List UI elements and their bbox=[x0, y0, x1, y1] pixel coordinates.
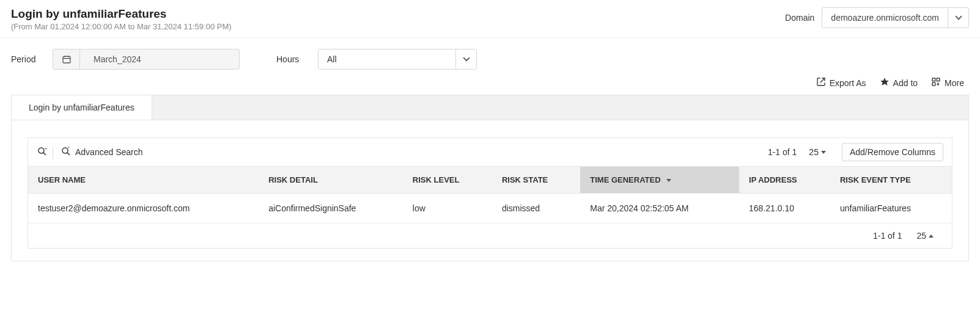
hours-control[interactable]: All bbox=[318, 49, 477, 70]
col-ip-address[interactable]: IP ADDRESS bbox=[739, 167, 830, 194]
title-block: Login by unfamiliarFeatures (From Mar 01… bbox=[11, 7, 232, 31]
svg-rect-5 bbox=[932, 78, 935, 81]
svg-line-11 bbox=[43, 152, 46, 155]
cell-risk-detail: aiConfirmedSigninSafe bbox=[259, 194, 403, 224]
caret-up-icon bbox=[929, 235, 934, 238]
add-to-button[interactable]: Add to bbox=[880, 77, 918, 89]
search-bar: * Advanced Search 1-1 of 1 25 Add/Remove… bbox=[28, 138, 952, 167]
actions-bar: Export As Add to More bbox=[0, 75, 980, 95]
domain-label: Domain bbox=[785, 13, 814, 23]
chevron-down-icon[interactable] bbox=[948, 8, 968, 27]
export-label: Export As bbox=[830, 78, 866, 88]
more-label: More bbox=[945, 78, 964, 88]
export-as-button[interactable]: Export As bbox=[816, 77, 866, 89]
advanced-search-icon: * bbox=[61, 146, 72, 159]
period-label: Period bbox=[11, 54, 38, 64]
domain-select-value: demoazure.onmicrosoft.com bbox=[822, 8, 948, 27]
page-size-value: 25 bbox=[809, 147, 819, 157]
cell-ip-address: 168.21.0.10 bbox=[739, 194, 830, 224]
period-filter: Period March_2024 bbox=[11, 49, 240, 70]
svg-rect-6 bbox=[937, 78, 940, 81]
chevron-down-icon[interactable] bbox=[455, 49, 476, 69]
calendar-icon[interactable] bbox=[53, 49, 80, 69]
cell-risk-event-type: unfamiliarFeatures bbox=[830, 194, 952, 224]
cell-time-generated: Mar 20,2024 02:52:05 AM bbox=[580, 194, 739, 224]
page-size-value: 25 bbox=[916, 231, 926, 241]
col-user-name[interactable]: USER NAME bbox=[28, 167, 259, 194]
page-header: Login by unfamiliarFeatures (From Mar 01… bbox=[0, 0, 980, 38]
pager-top: 1-1 of 1 bbox=[768, 147, 797, 157]
period-value[interactable]: March_2024 bbox=[80, 49, 239, 69]
svg-point-13 bbox=[62, 148, 68, 153]
advanced-search-button[interactable]: * Advanced Search bbox=[61, 146, 143, 159]
hours-value: All bbox=[319, 49, 455, 69]
domain-select[interactable]: demoazure.onmicrosoft.com bbox=[822, 7, 969, 28]
search-button[interactable] bbox=[37, 146, 53, 159]
table-footer: 1-1 of 1 25 bbox=[28, 224, 952, 248]
search-icon bbox=[37, 146, 48, 159]
page-subtitle: (From Mar 01,2024 12:00:00 AM to Mar 31,… bbox=[11, 22, 232, 31]
export-icon bbox=[816, 77, 826, 89]
col-risk-detail[interactable]: RISK DETAIL bbox=[259, 167, 403, 194]
star-icon bbox=[880, 77, 890, 89]
tab-login-unfamiliar[interactable]: Login by unfamiliarFeatures bbox=[12, 95, 152, 120]
page-size-select-bottom[interactable]: 25 bbox=[916, 231, 934, 241]
caret-down-icon bbox=[821, 151, 826, 154]
page-title: Login by unfamiliarFeatures bbox=[11, 7, 232, 21]
col-risk-level[interactable]: RISK LEVEL bbox=[403, 167, 492, 194]
col-risk-event-type[interactable]: RISK EVENT TYPE bbox=[830, 167, 952, 194]
svg-point-10 bbox=[39, 148, 44, 153]
col-risk-state[interactable]: RISK STATE bbox=[492, 167, 580, 194]
domain-block: Domain demoazure.onmicrosoft.com bbox=[785, 7, 969, 28]
tabs: Login by unfamiliarFeatures bbox=[12, 95, 968, 120]
pager-bottom: 1-1 of 1 bbox=[873, 231, 902, 241]
filters-row: Period March_2024 Hours All bbox=[0, 38, 980, 75]
table-row[interactable]: testuser2@demoazure.onmicrosoft.com aiCo… bbox=[28, 194, 952, 224]
results-table: USER NAME RISK DETAIL RISK LEVEL RISK ST… bbox=[28, 167, 952, 224]
cell-risk-level: low bbox=[403, 194, 492, 224]
svg-text:*: * bbox=[68, 146, 70, 150]
period-control[interactable]: March_2024 bbox=[53, 49, 240, 70]
content-card: Login by unfamiliarFeatures * Advanced S… bbox=[11, 95, 969, 261]
svg-line-14 bbox=[67, 152, 70, 155]
hours-label: Hours bbox=[276, 54, 303, 64]
table-header-row: USER NAME RISK DETAIL RISK LEVEL RISK ST… bbox=[28, 167, 952, 194]
advanced-search-label: Advanced Search bbox=[75, 147, 143, 157]
svg-rect-0 bbox=[63, 56, 70, 63]
sort-desc-icon bbox=[666, 179, 671, 182]
svg-marker-4 bbox=[880, 78, 888, 85]
col-time-generated-label: TIME GENERATED bbox=[590, 175, 660, 184]
table-card: * Advanced Search 1-1 of 1 25 Add/Remove… bbox=[28, 137, 952, 249]
more-icon bbox=[931, 77, 941, 89]
col-time-generated[interactable]: TIME GENERATED bbox=[580, 167, 739, 194]
cell-user-name: testuser2@demoazure.onmicrosoft.com bbox=[28, 194, 259, 224]
more-button[interactable]: More bbox=[931, 77, 964, 89]
hours-filter: Hours All bbox=[276, 49, 477, 70]
add-to-label: Add to bbox=[893, 78, 918, 88]
page-size-select-top[interactable]: 25 bbox=[809, 147, 826, 157]
cell-risk-state: dismissed bbox=[492, 194, 580, 224]
svg-rect-7 bbox=[932, 82, 935, 85]
add-remove-columns-button[interactable]: Add/Remove Columns bbox=[842, 143, 943, 161]
